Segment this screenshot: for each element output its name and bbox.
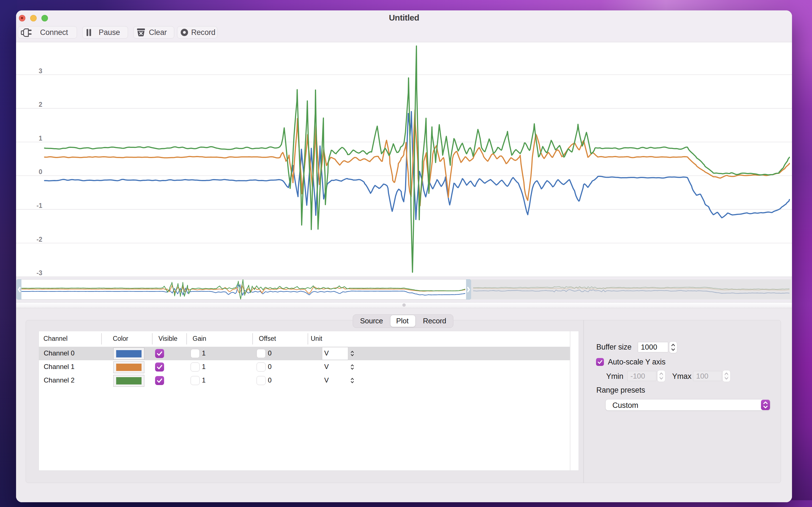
svg-text:1: 1 (39, 135, 42, 142)
svg-text:3: 3 (39, 67, 42, 75)
svg-text:-2: -2 (37, 236, 42, 243)
svg-text:-3: -3 (37, 269, 42, 277)
svg-text:-1: -1 (37, 202, 43, 209)
svg-text:0: 0 (39, 168, 42, 175)
svg-text:2: 2 (39, 101, 42, 108)
